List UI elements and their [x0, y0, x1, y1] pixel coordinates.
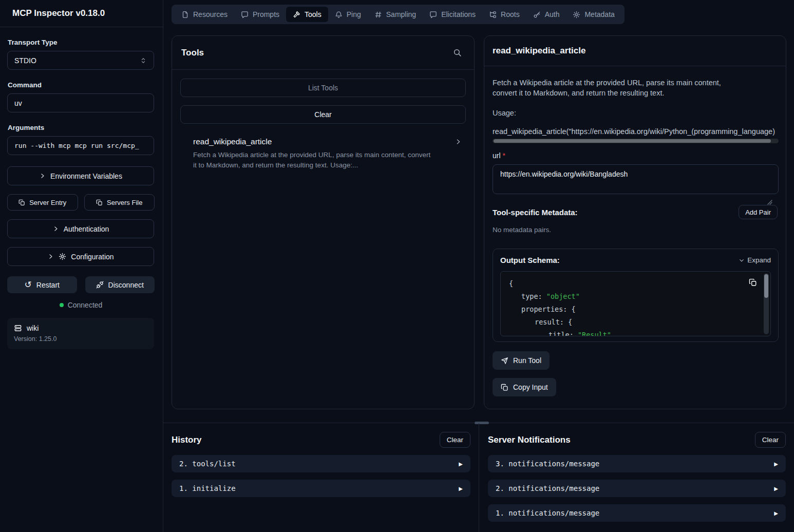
tab-metadata[interactable]: Metadata — [566, 7, 621, 22]
copy-schema-icon[interactable] — [749, 278, 757, 287]
tab-label: Metadata — [584, 10, 614, 18]
chevron-down-icon — [739, 257, 745, 263]
code-line: type: "object" — [509, 290, 770, 303]
usage-label: Usage: — [493, 109, 778, 117]
notification-item[interactable]: 2. notifications/message ▶ — [488, 480, 786, 497]
notification-item[interactable]: 1. notifications/message ▶ — [488, 504, 786, 522]
url-field-label: url — [493, 151, 501, 160]
select-updown-icon — [140, 57, 147, 64]
copy-input-label: Copy Input — [513, 383, 548, 391]
authentication-button[interactable]: Authentication — [7, 219, 154, 238]
list-tools-button[interactable]: List Tools — [180, 79, 466, 97]
connected-text: Connected — [68, 301, 103, 309]
search-icon[interactable] — [453, 48, 462, 57]
tab-label: Roots — [501, 10, 520, 18]
message-square-icon — [429, 11, 437, 18]
transport-type-value: STDIO — [14, 56, 36, 65]
tab-label: Resources — [193, 10, 228, 18]
scrollbar-thumb[interactable] — [494, 139, 771, 143]
disconnect-button[interactable]: Disconnect — [85, 276, 155, 293]
schema-code-block: { type: "object" properties: { result: {… — [500, 271, 771, 336]
tool-name: read_wikipedia_article — [193, 137, 272, 146]
required-asterisk: * — [503, 151, 505, 160]
scrollbar-thumb[interactable] — [764, 274, 768, 298]
app-title: MCP Inspector v0.18.0 — [12, 8, 105, 18]
notification-item[interactable]: 3. notifications/message ▶ — [488, 455, 786, 472]
copy-icon — [96, 199, 103, 206]
unplug-icon — [96, 281, 104, 289]
run-tool-label: Run Tool — [513, 356, 541, 365]
schema-vertical-scrollbar[interactable] — [764, 273, 769, 334]
server-notifications-panel: Server Notifications Clear 3. notificati… — [488, 423, 786, 532]
sidebar: MCP Inspector v0.18.0 Transport Type STD… — [0, 0, 163, 532]
history-title: History — [172, 435, 202, 445]
run-tool-button[interactable]: Run Tool — [493, 351, 550, 370]
panel-resize-handle[interactable] — [475, 422, 489, 424]
environment-variables-label: Environment Variables — [50, 172, 122, 180]
tab-elicitations[interactable]: Elicitations — [423, 7, 482, 22]
servers-file-button[interactable]: Servers File — [84, 194, 155, 211]
tab-ping[interactable]: Ping — [328, 7, 368, 22]
chevron-right-icon — [52, 225, 59, 232]
configuration-button[interactable]: Configuration — [7, 247, 154, 266]
code-line: properties: { — [509, 303, 770, 316]
code-line: result: { — [509, 316, 770, 329]
no-metadata-text: No metadata pairs. — [493, 226, 778, 234]
tab-roots[interactable]: Roots — [482, 7, 526, 22]
tab-label: Auth — [545, 10, 560, 18]
copy-input-button[interactable]: Copy Input — [493, 378, 556, 396]
play-icon: ▶ — [774, 461, 778, 467]
code-line: title: "Result" — [509, 329, 770, 336]
arguments-input[interactable] — [7, 136, 154, 155]
chevron-right-icon — [455, 138, 462, 145]
connection-status: Connected — [7, 301, 155, 309]
tab-tools[interactable]: Tools — [286, 7, 328, 22]
gear-icon — [59, 253, 66, 260]
history-item[interactable]: 1. initialize ▶ — [172, 480, 470, 497]
chevron-right-icon — [47, 253, 54, 260]
restart-icon: ↺ — [25, 280, 32, 289]
tab-sampling[interactable]: Sampling — [368, 7, 423, 22]
folder-tree-icon — [489, 11, 497, 18]
notifications-clear-button[interactable]: Clear — [755, 432, 786, 448]
command-input[interactable] — [7, 93, 154, 112]
tab-label: Prompts — [253, 10, 279, 18]
authentication-label: Authentication — [64, 225, 109, 233]
url-input[interactable]: https://en.wikipedia.org/wiki/Bangladesh — [493, 164, 779, 194]
sidebar-header: MCP Inspector v0.18.0 — [0, 0, 163, 27]
top-navigation: Resources Prompts Tools Ping Sampling El… — [172, 5, 625, 24]
history-panel: History Clear 2. tools/list ▶ 1. initial… — [172, 423, 470, 532]
send-icon — [501, 357, 508, 365]
usage-horizontal-scrollbar[interactable] — [493, 139, 779, 143]
key-icon — [533, 11, 541, 18]
environment-variables-button[interactable]: Environment Variables — [7, 166, 154, 185]
clear-tools-button[interactable]: Clear — [180, 105, 466, 124]
gear-icon — [573, 11, 580, 18]
vertical-divider — [479, 423, 479, 532]
copy-icon — [18, 199, 25, 206]
server-info-card: wiki Version: 1.25.0 — [7, 318, 154, 349]
history-item[interactable]: 2. tools/list ▶ — [172, 455, 470, 472]
play-icon: ▶ — [459, 486, 463, 491]
add-pair-button[interactable]: Add Pair — [739, 205, 778, 219]
code-line: { — [509, 277, 770, 290]
play-icon: ▶ — [774, 486, 778, 491]
transport-type-select[interactable]: STDIO — [7, 51, 154, 70]
output-schema-label: Output Schema: — [500, 256, 560, 264]
bell-icon — [335, 11, 343, 18]
tool-list-item[interactable]: read_wikipedia_article Fetch a Wikipedia… — [180, 132, 466, 176]
server-icon — [14, 324, 22, 332]
connected-dot — [60, 303, 64, 307]
tool-detail-description: Fetch a Wikipedia article at the provide… — [493, 78, 728, 98]
tab-auth[interactable]: Auth — [526, 7, 566, 22]
restart-button[interactable]: ↺ Restart — [7, 276, 77, 293]
tab-label: Sampling — [386, 10, 416, 18]
expand-toggle[interactable]: Expand — [739, 256, 771, 264]
notifications-title: Server Notifications — [488, 435, 571, 445]
tab-resources[interactable]: Resources — [175, 7, 234, 22]
history-clear-button[interactable]: Clear — [440, 432, 470, 448]
tab-prompts[interactable]: Prompts — [234, 7, 286, 22]
server-entry-button[interactable]: Server Entry — [7, 194, 78, 211]
chevron-right-icon — [39, 173, 46, 179]
arguments-label: Arguments — [8, 124, 155, 131]
